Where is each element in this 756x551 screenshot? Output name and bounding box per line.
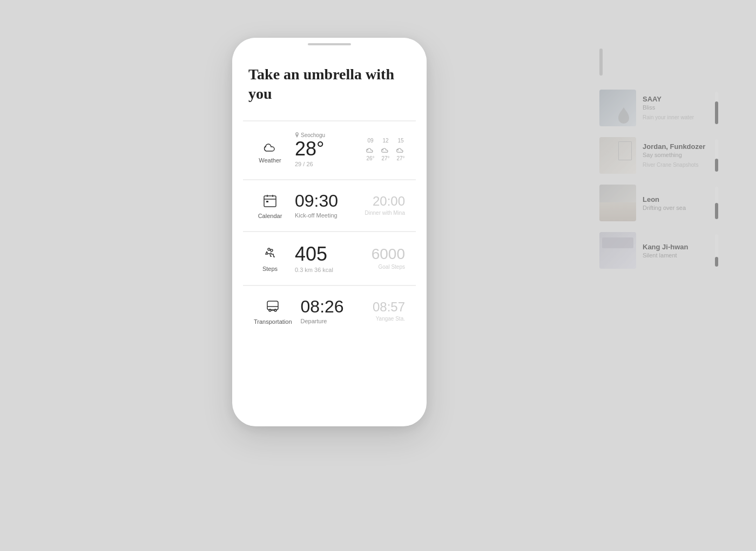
weather-primary: Seochogu 28° 29 / 26 xyxy=(295,132,361,167)
track-info-4: Kang Ji-hwan Silent lament xyxy=(643,243,708,259)
forecast-cloud-icon-1 xyxy=(366,145,375,154)
transportation-primary: 08:26 Departure xyxy=(301,297,367,324)
steps-count: 405 xyxy=(295,243,366,266)
track-thumb-2 xyxy=(599,137,636,174)
transportation-destination: Yangae Sta. xyxy=(373,316,405,322)
svg-rect-6 xyxy=(267,301,278,310)
track-album-2: Say something xyxy=(643,152,708,158)
transportation-departure-time: 08:26 xyxy=(301,297,367,317)
track-thumb-4 xyxy=(599,232,636,269)
track-desc-2: River Crane Snapshots xyxy=(643,161,708,169)
steps-goal-section: 6000 Goal Steps xyxy=(372,246,405,270)
forecast-hour-3: 15 xyxy=(397,138,403,144)
main-title: Take an umbrella with you xyxy=(248,65,410,104)
steps-goal-label: Goal Steps xyxy=(372,264,405,270)
forecast-09: 09 26° xyxy=(366,138,375,161)
calendar-primary-event: Kick-off Meeting xyxy=(295,212,360,219)
calendar-label: Calendar xyxy=(258,213,282,219)
calendar-primary-time: 09:30 xyxy=(295,191,360,211)
transportation-secondary: 08:57 Yangae Sta. xyxy=(373,300,405,322)
transportation-departure-label: Departure xyxy=(301,318,367,324)
steps-content: 405 0.3 km 36 kcal 6000 Goal Steps xyxy=(295,243,405,273)
svg-rect-4 xyxy=(266,201,268,202)
weather-card[interactable]: Weather Seochogu 28° 29 / 26 xyxy=(243,121,416,178)
weather-icon-section: Weather xyxy=(254,135,286,164)
calendar-icon xyxy=(260,191,280,210)
phone-mockup: Take an umbrella with you Weather xyxy=(232,38,427,426)
playback-fill-3 xyxy=(715,203,718,219)
playback-bar-4 xyxy=(715,234,718,267)
track-info-3: Leon Drifting over sea xyxy=(643,195,708,211)
steps-primary: 405 0.3 km 36 kcal xyxy=(295,243,366,273)
playback-bar-1 xyxy=(715,92,718,124)
playback-fill-1 xyxy=(715,101,718,124)
calendar-primary: 09:30 Kick-off Meeting xyxy=(295,191,360,219)
phone-notch xyxy=(308,43,351,45)
right-panel: SAAY Bliss Rain your inner water Jordan,… xyxy=(599,49,718,269)
phone-screen[interactable]: Take an umbrella with you Weather xyxy=(232,38,427,426)
track-album-4: Silent lament xyxy=(643,252,708,259)
weather-range: 29 / 26 xyxy=(295,161,361,167)
playback-fill-2 xyxy=(715,159,718,172)
track-desc-1: Rain your inner water xyxy=(643,114,708,121)
track-album-3: Drifting over sea xyxy=(643,205,708,211)
calendar-secondary-time: 20:00 xyxy=(365,194,405,209)
playback-bar-3 xyxy=(715,187,718,219)
transportation-content: 08:26 Departure 08:57 Yangae Sta. xyxy=(301,297,405,324)
forecast-cloud-icon-2 xyxy=(381,145,390,154)
track-2[interactable]: Jordan, Funkdozer Say something River Cr… xyxy=(599,137,718,174)
track-thumb-3 xyxy=(599,185,636,221)
track-info-2: Jordan, Funkdozer Say something River Cr… xyxy=(643,142,708,169)
transportation-card[interactable]: Transportation 08:26 Departure 08:57 Yan… xyxy=(243,285,416,336)
steps-icon xyxy=(260,244,280,263)
weather-icon xyxy=(260,135,280,155)
transportation-label: Transportation xyxy=(254,318,292,325)
forecast-hour-2: 12 xyxy=(382,138,388,144)
forecast-12: 12 27° xyxy=(381,138,390,161)
forecast-temp-2: 27° xyxy=(381,155,389,161)
forecast-temp-1: 26° xyxy=(366,155,374,161)
track-artist-1: SAAY xyxy=(643,95,708,103)
weather-temperature: 28° xyxy=(295,139,361,159)
calendar-content: 09:30 Kick-off Meeting 20:00 Dinner with… xyxy=(295,191,405,219)
calendar-icon-section: Calendar xyxy=(254,191,286,219)
track-4[interactable]: Kang Ji-hwan Silent lament xyxy=(599,232,718,269)
header-section: Take an umbrella with you xyxy=(232,38,427,120)
svg-rect-0 xyxy=(264,196,276,207)
track-thumb-1 xyxy=(599,90,636,126)
steps-card[interactable]: Steps 405 0.3 km 36 kcal 6000 Goal Steps xyxy=(243,232,416,284)
playback-bar-2 xyxy=(715,139,718,172)
forecast-cloud-icon-3 xyxy=(396,145,405,154)
weather-label: Weather xyxy=(259,157,281,164)
track-artist-2: Jordan, Funkdozer xyxy=(643,142,708,151)
track-3[interactable]: Leon Drifting over sea xyxy=(599,185,718,221)
track-artist-3: Leon xyxy=(643,195,708,203)
track-artist-4: Kang Ji-hwan xyxy=(643,243,708,251)
transportation-arrival-time: 08:57 xyxy=(373,300,405,315)
calendar-secondary: 20:00 Dinner with Mina xyxy=(365,194,405,216)
steps-label: Steps xyxy=(262,266,278,272)
steps-goal-number: 6000 xyxy=(372,246,405,263)
track-info-1: SAAY Bliss Rain your inner water xyxy=(643,95,708,121)
svg-point-5 xyxy=(271,249,273,251)
weather-forecast: 09 26° 12 xyxy=(366,138,405,161)
weather-content: Seochogu 28° 29 / 26 09 xyxy=(295,132,405,167)
forecast-hour-1: 09 xyxy=(367,138,373,144)
forecast-15: 15 27° xyxy=(396,138,405,161)
playback-fill-4 xyxy=(715,257,718,267)
transportation-icon-section: Transportation xyxy=(254,297,292,325)
steps-icon-section: Steps xyxy=(254,244,286,272)
transportation-icon xyxy=(263,297,282,316)
steps-detail: 0.3 km 36 kcal xyxy=(295,267,366,273)
calendar-secondary-event: Dinner with Mina xyxy=(365,210,405,216)
scene: Take an umbrella with you Weather xyxy=(0,0,756,551)
forecast-temp-3: 27° xyxy=(396,155,404,161)
calendar-card[interactable]: Calendar 09:30 Kick-off Meeting 20:00 Di… xyxy=(243,180,416,230)
track-album-1: Bliss xyxy=(643,104,708,111)
track-1[interactable]: SAAY Bliss Rain your inner water xyxy=(599,90,718,126)
